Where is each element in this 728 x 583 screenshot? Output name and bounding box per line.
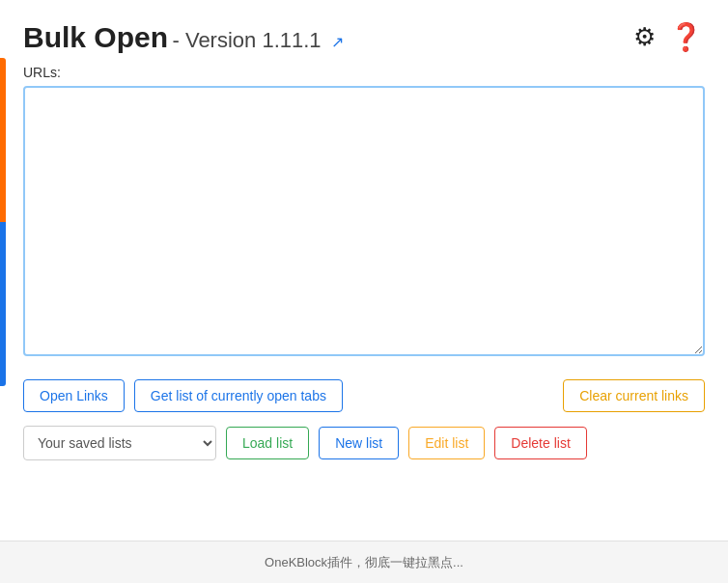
bottom-bar: OneKBlock插件，彻底一键拉黑点...: [0, 541, 728, 583]
saved-lists-select[interactable]: Your saved lists: [23, 426, 216, 460]
load-list-button[interactable]: Load list: [226, 427, 309, 459]
edit-list-button[interactable]: Edit list: [408, 427, 485, 459]
urls-textarea[interactable]: [23, 86, 705, 356]
app-title: Bulk Open: [23, 21, 168, 53]
lists-row: Your saved lists Load list New list Edit…: [23, 426, 705, 460]
settings-button[interactable]: ⚙: [631, 20, 658, 54]
buttons-row: Open Links Get list of currently open ta…: [23, 379, 705, 412]
clear-links-button[interactable]: Clear current links: [563, 379, 705, 412]
urls-label: URLs:: [23, 65, 705, 80]
open-links-button[interactable]: Open Links: [23, 379, 125, 412]
main-container: Bulk Open - Version 1.11.1 ↗ ⚙ ❓ URLs: O…: [0, 0, 728, 541]
bottom-bar-text: OneKBlock插件，彻底一键拉黑点...: [265, 554, 463, 571]
title-area: Bulk Open - Version 1.11.1 ↗: [23, 21, 344, 54]
get-open-tabs-button[interactable]: Get list of currently open tabs: [134, 379, 343, 412]
left-color-bar: [0, 58, 6, 386]
version-link-icon[interactable]: ↗: [331, 34, 344, 50]
header-row: Bulk Open - Version 1.11.1 ↗ ⚙ ❓: [23, 19, 705, 55]
delete-list-button[interactable]: Delete list: [494, 427, 586, 459]
header-icons: ⚙ ❓: [631, 19, 705, 55]
help-button[interactable]: ❓: [667, 19, 705, 55]
new-list-button[interactable]: New list: [319, 427, 399, 459]
app-version: - Version 1.11.1 ↗: [172, 28, 343, 52]
buttons-row-left: Open Links Get list of currently open ta…: [23, 379, 343, 412]
